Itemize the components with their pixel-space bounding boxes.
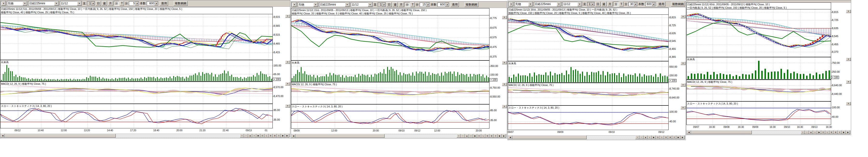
axis-menu-button[interactable]: ▼ xyxy=(681,62,685,65)
period-button-分[interactable]: 分 xyxy=(405,2,410,7)
chart-tool-button-9[interactable]: X xyxy=(494,134,498,138)
chart-tool-button-4[interactable]: ▶ xyxy=(473,134,477,138)
axis-menu-button[interactable]: ▼ xyxy=(681,83,685,87)
axis-menu-button[interactable]: ▼ xyxy=(502,16,507,19)
chart-tool-button-7[interactable]: B xyxy=(830,130,834,134)
chart-tool-button-5[interactable]: D xyxy=(821,130,825,134)
chart-tool-button-9[interactable]: X xyxy=(277,134,281,138)
chart-tool-button-8[interactable]: ⊕ xyxy=(834,130,838,134)
symbol-combo[interactable]: 日経225mini▼ xyxy=(319,2,350,7)
scroll-left-button[interactable]: ◀ xyxy=(687,130,691,134)
chart-tool-button-6[interactable]: L xyxy=(481,134,485,138)
price-pane[interactable] xyxy=(508,14,669,61)
chart-tool-button-0[interactable]: + xyxy=(457,134,461,138)
chart-tool-button-4[interactable]: ▶ xyxy=(817,130,821,134)
chart-tool-button-0[interactable]: + xyxy=(240,134,244,138)
scrollbar-track[interactable] xyxy=(296,134,457,138)
chart-tool-button-6[interactable]: L xyxy=(660,135,664,139)
count-input[interactable]: 600◢ xyxy=(645,2,656,6)
chart-tool-button-9[interactable]: X xyxy=(838,130,842,134)
chart-tool-button-3[interactable]: ▪ xyxy=(252,134,256,138)
axis-menu-button[interactable]: ▼ xyxy=(285,104,290,108)
axis-menu-button[interactable]: ▼ xyxy=(846,102,851,105)
period-button-日[interactable]: 日 xyxy=(96,1,101,6)
period-button-月[interactable]: 月 xyxy=(399,2,404,7)
multi-symbol-button[interactable]: 複数銘柄 xyxy=(174,1,188,6)
bar-interval-input[interactable]: 1◢ xyxy=(87,1,95,5)
chart-tool-button-7[interactable]: B xyxy=(664,135,668,139)
chart-tool-button-9[interactable]: X xyxy=(672,135,676,139)
price-pane[interactable] xyxy=(0,14,273,60)
period-button-日[interactable]: 日 xyxy=(386,2,392,7)
scroll-right-button[interactable]: ▶ xyxy=(502,134,506,138)
scrollbar-thumb[interactable] xyxy=(5,134,116,138)
axis-menu-button[interactable]: ▼ xyxy=(846,57,851,61)
chart-tool-button-10[interactable]: ▶ xyxy=(676,135,680,139)
chart-tool-button-6[interactable]: L xyxy=(265,134,269,138)
chart-tool-button-6[interactable]: L xyxy=(825,130,830,134)
horizontal-scrollbar[interactable]: ◀+−▲▪▶DLB⊕X▶▶ xyxy=(686,130,850,134)
multi-symbol-button[interactable]: 複数銘柄 xyxy=(464,2,478,7)
chart-tool-button-2[interactable]: ▲ xyxy=(465,134,469,138)
axis-menu-button[interactable]: ▼ xyxy=(681,15,685,18)
scroll-right-button[interactable]: ▶ xyxy=(285,134,289,138)
chart-tool-button-4[interactable]: ▶ xyxy=(256,134,260,138)
scrollbar-thumb[interactable] xyxy=(513,135,587,139)
axis-menu-button[interactable]: ▼ xyxy=(502,83,507,86)
axis-menu-button[interactable]: ▼ xyxy=(502,105,507,108)
window-mode-combo[interactable]: ▼ xyxy=(1,1,6,6)
chart-tool-button-5[interactable]: D xyxy=(477,134,481,138)
axis-menu-button[interactable]: ▼ xyxy=(502,61,507,64)
scroll-left-button[interactable]: ◀ xyxy=(508,135,513,139)
bar-interval-input[interactable]: 1◢ xyxy=(587,2,595,6)
apply-button[interactable]: 適用 xyxy=(160,1,168,6)
apply-button[interactable]: 適用 xyxy=(451,2,459,7)
chart-tool-button-2[interactable]: ▲ xyxy=(809,130,813,134)
axis-menu-button[interactable]: ▼ xyxy=(285,14,290,18)
horizontal-scrollbar[interactable]: ◀+−▲▪▶DLB⊕X▶▶ xyxy=(508,135,685,140)
bar-interval-input[interactable]: 1◢ xyxy=(378,2,386,7)
axis-menu-button[interactable]: ▼ xyxy=(846,80,851,84)
period-button-月[interactable]: 月 xyxy=(108,1,113,6)
scrollbar-thumb[interactable] xyxy=(296,134,384,138)
period-button-T[interactable]: T xyxy=(120,1,124,6)
chart-tool-button-8[interactable]: ⊕ xyxy=(490,134,494,138)
scrollbar-track[interactable] xyxy=(5,134,240,138)
chart-tool-button-1[interactable]: − xyxy=(640,135,644,139)
contract-combo[interactable]: 11/12▼ xyxy=(562,2,582,6)
chart-tool-button-5[interactable]: D xyxy=(656,135,660,139)
chart-tool-button-4[interactable]: ▶ xyxy=(652,135,656,139)
chart-tool-button-0[interactable]: + xyxy=(801,130,805,134)
count-input[interactable]: 600◢ xyxy=(437,2,449,7)
price-pane[interactable] xyxy=(291,15,490,61)
period-button-週[interactable]: 週 xyxy=(102,1,107,6)
scroll-right-button[interactable]: ▶ xyxy=(846,130,850,134)
chart-tool-button-8[interactable]: ⊕ xyxy=(273,134,277,138)
chart-tool-button-3[interactable]: ▪ xyxy=(648,135,652,139)
chart-tool-button-3[interactable]: ▪ xyxy=(469,134,473,138)
scrollbar-thumb[interactable] xyxy=(691,130,752,134)
period-button-分[interactable]: 分 xyxy=(114,1,119,6)
price-pane[interactable] xyxy=(686,9,831,57)
window-mode-combo[interactable]: ▼ xyxy=(508,2,514,6)
period-button-週[interactable]: 週 xyxy=(393,2,398,7)
contract-combo[interactable]: 11/12▼ xyxy=(60,1,82,6)
volume-pane[interactable] xyxy=(686,57,831,80)
chart-tool-button-1[interactable]: − xyxy=(805,130,809,134)
scroll-right-button[interactable]: ▶ xyxy=(680,135,685,139)
axis-menu-button[interactable]: ▼ xyxy=(285,82,290,85)
symbol-combo[interactable]: 日経225mini▼ xyxy=(534,2,562,6)
chart-tool-button-7[interactable]: B xyxy=(485,134,490,138)
period-button-週[interactable]: 週 xyxy=(601,2,607,6)
horizontal-scrollbar[interactable]: ◀+−▲▪▶DLB⊕X▶▶ xyxy=(291,134,506,138)
chart-tool-button-5[interactable]: D xyxy=(260,134,265,138)
axis-menu-button[interactable]: ▼ xyxy=(681,106,685,109)
category-combo[interactable]: 先物▼ xyxy=(298,2,318,7)
period-button-月[interactable]: 月 xyxy=(607,2,613,6)
chart-tool-button-10[interactable]: ▶ xyxy=(498,134,502,138)
volume-pane[interactable] xyxy=(291,61,490,82)
chart-tool-button-7[interactable]: B xyxy=(269,134,273,138)
chart-tool-button-2[interactable]: ▲ xyxy=(644,135,648,139)
volume-pane[interactable] xyxy=(508,61,669,83)
scroll-left-button[interactable]: ◀ xyxy=(0,134,5,138)
